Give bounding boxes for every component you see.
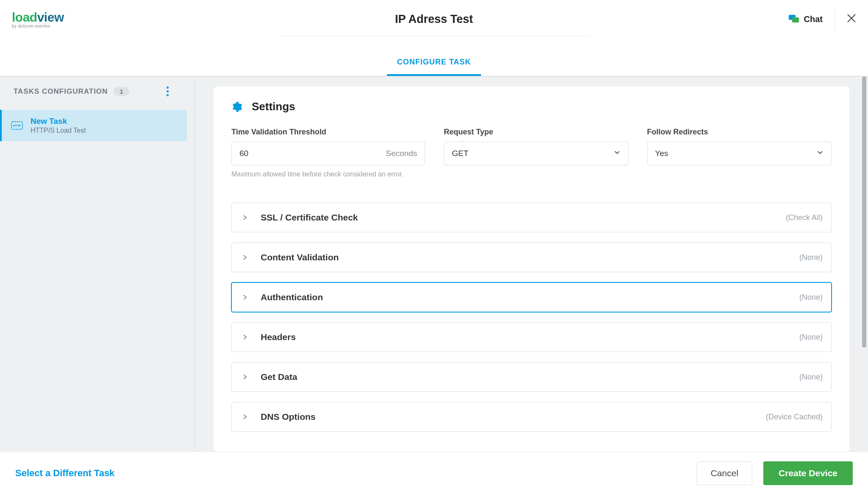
task-item-title: New Task: [31, 117, 86, 126]
accordion-getdata-title: Get Data: [261, 372, 297, 382]
follow-redirects-select[interactable]: Yes: [647, 142, 832, 165]
request-type-field: Request Type GET: [444, 128, 628, 165]
svg-rect-1: [792, 17, 799, 22]
tab-bar: CONFIGURE TASK: [0, 38, 868, 76]
http-icon: HTTP: [11, 121, 23, 130]
sidebar-header: TASKS CONFIGURATION 1: [0, 87, 195, 96]
dot-icon: [167, 90, 169, 92]
request-type-label: Request Type: [444, 128, 628, 137]
accordion-get-data[interactable]: Get Data (None): [231, 362, 832, 392]
accordion-ssl[interactable]: SSL / Certificate Check (Check All): [231, 203, 832, 232]
close-icon: [847, 14, 856, 25]
scrollbar[interactable]: [862, 76, 866, 348]
dot-icon: [167, 94, 169, 96]
accordion-dns-summary: (Device Cached): [766, 413, 823, 421]
body: TASKS CONFIGURATION 1 HTTP New Task HTTP…: [0, 76, 868, 452]
threshold-input[interactable]: [239, 149, 386, 158]
main-panel: Settings Time Validation Threshold Secon…: [195, 76, 868, 452]
request-type-select[interactable]: GET: [444, 142, 628, 165]
follow-redirects-value: Yes: [655, 149, 668, 158]
chevron-right-icon: [240, 332, 250, 342]
separator: [835, 9, 835, 29]
sidebar-title: TASKS CONFIGURATION: [14, 87, 108, 96]
dot-icon: [167, 87, 169, 89]
threshold-unit: Seconds: [386, 149, 417, 158]
accordion-ssl-summary: (Check All): [786, 213, 823, 222]
chat-button[interactable]: Chat: [789, 14, 823, 24]
title-underline: [279, 36, 589, 36]
chevron-right-icon: [240, 372, 250, 382]
logo-word-2: view: [37, 10, 64, 24]
app-header: loadview by dotcom-monitor IP Adress Tes…: [0, 0, 868, 38]
page-title: IP Adress Test: [395, 13, 473, 26]
threshold-field: Time Validation Threshold Seconds: [231, 128, 425, 165]
logo-brand: loadview: [12, 10, 64, 25]
accordion-getdata-summary: (None): [799, 373, 823, 382]
accordion-authentication[interactable]: Authentication (None): [231, 282, 832, 312]
sidebar-task-item[interactable]: HTTP New Task HTTP/S Load Test: [0, 110, 187, 141]
chevron-down-icon: [614, 149, 620, 158]
accordion-auth-summary: (None): [799, 293, 823, 302]
settings-header: Settings: [231, 100, 832, 113]
close-button[interactable]: [847, 14, 856, 24]
accordion-dns-options[interactable]: DNS Options (Device Cached): [231, 402, 832, 432]
select-different-task-link[interactable]: Select a Different Task: [15, 468, 114, 479]
gear-icon: [231, 101, 242, 112]
follow-redirects-field: Follow Redirects Yes: [647, 128, 832, 165]
accordion-content-validation[interactable]: Content Validation (None): [231, 243, 832, 272]
threshold-label: Time Validation Threshold: [231, 128, 425, 137]
settings-title: Settings: [252, 100, 295, 113]
task-item-subtitle: HTTP/S Load Test: [31, 127, 86, 134]
chat-icon: [789, 15, 799, 23]
threshold-help-text: Maximum allowed time before check consid…: [231, 170, 832, 178]
settings-card: Settings Time Validation Threshold Secon…: [214, 87, 849, 452]
header-actions: Chat: [789, 9, 856, 29]
chevron-right-icon: [240, 293, 250, 302]
accordion-content-title: Content Validation: [261, 252, 339, 262]
footer: Select a Different Task Cancel Create De…: [0, 452, 868, 494]
logo-tagline: by dotcom-monitor: [12, 24, 50, 28]
cancel-button[interactable]: Cancel: [697, 461, 752, 485]
chat-label: Chat: [804, 14, 823, 24]
task-item-text: New Task HTTP/S Load Test: [31, 117, 86, 134]
task-count-badge: 1: [114, 87, 129, 96]
accordion-content-summary: (None): [799, 253, 823, 262]
accordion-headers-title: Headers: [261, 332, 296, 342]
accordion-ssl-title: SSL / Certificate Check: [261, 212, 358, 223]
threshold-input-wrap: Seconds: [231, 142, 425, 165]
chevron-right-icon: [240, 213, 250, 222]
sidebar: TASKS CONFIGURATION 1 HTTP New Task HTTP…: [0, 76, 195, 452]
sidebar-menu-button[interactable]: [167, 87, 169, 96]
accordion-dns-title: DNS Options: [261, 412, 316, 422]
chevron-right-icon: [240, 412, 250, 421]
svg-text:HTTP: HTTP: [13, 124, 21, 127]
settings-row: Time Validation Threshold Seconds Reques…: [231, 128, 832, 165]
chevron-right-icon: [240, 253, 250, 262]
logo-word-1: load: [12, 10, 37, 24]
follow-redirects-label: Follow Redirects: [647, 128, 832, 137]
chevron-down-icon: [817, 149, 823, 158]
request-type-value: GET: [452, 149, 468, 158]
accordion-auth-title: Authentication: [261, 292, 323, 302]
accordion-headers-summary: (None): [799, 333, 823, 342]
tab-configure-task[interactable]: CONFIGURE TASK: [387, 50, 481, 76]
create-device-button[interactable]: Create Device: [763, 461, 853, 485]
accordion-headers[interactable]: Headers (None): [231, 322, 832, 352]
logo: loadview by dotcom-monitor: [12, 10, 64, 28]
